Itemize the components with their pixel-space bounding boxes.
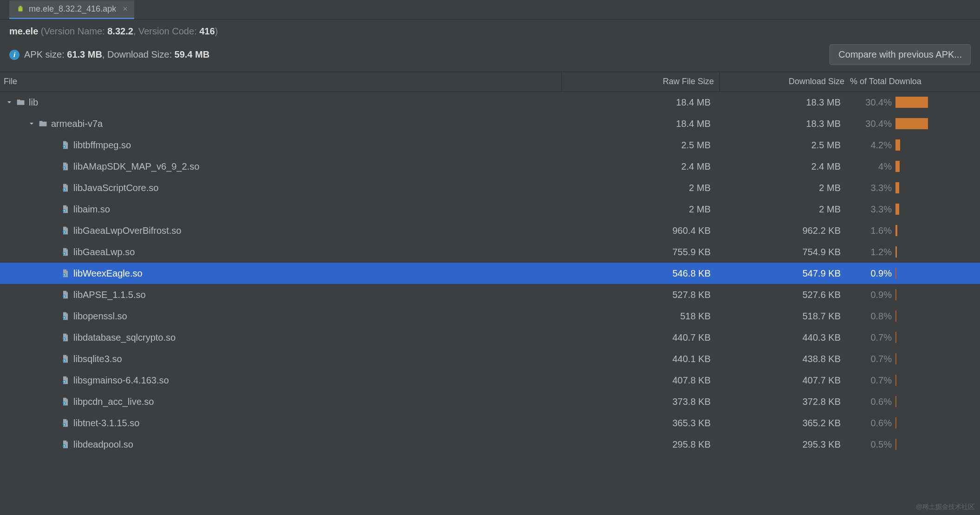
file-name: libtnet-3.1.15.so (73, 418, 139, 429)
cell-percent: 0.9% (850, 268, 980, 279)
file-name: libdeadpool.so (73, 439, 133, 450)
cell-download-size: 518.7 KB (720, 311, 850, 322)
cell-file: ?libJavaScriptCore.so (0, 183, 562, 193)
cell-download-size: 407.7 KB (720, 375, 850, 386)
svg-text:?: ? (64, 338, 65, 341)
download-size-label: Download Size: (107, 49, 172, 59)
tab-apk[interactable]: me.ele_8.32.2_416.apk × (9, 0, 134, 19)
percent-text: 3.3% (850, 183, 892, 193)
percent-text: 0.9% (850, 268, 892, 279)
cell-download-size: 547.9 KB (720, 268, 850, 279)
table-row[interactable]: lib18.4 MB18.3 MB30.4% (0, 92, 980, 113)
table-row[interactable]: ?libGaeaLwp.so755.9 KB754.9 KB1.2% (0, 241, 980, 263)
svg-text:?: ? (64, 145, 65, 148)
table-row[interactable]: ?libpcdn_acc_live.so373.8 KB372.8 KB0.6% (0, 391, 980, 412)
table-row[interactable]: ?libaim.so2 MB2 MB3.3% (0, 198, 980, 220)
percent-bar (895, 139, 965, 151)
column-download-size[interactable]: Download Size (720, 72, 850, 91)
percent-text: 0.7% (850, 332, 892, 343)
cell-file: ?libsgmainso-6.4.163.so (0, 375, 562, 386)
info-icon: i (9, 50, 20, 60)
percent-bar (895, 353, 965, 364)
percent-text: 30.4% (850, 97, 892, 108)
size-text: i APK size: 61.3 MB, Download Size: 59.4… (9, 49, 209, 60)
file-name: libdatabase_sqlcrypto.so (73, 332, 176, 343)
file-icon: ? (60, 268, 71, 278)
percent-bar (895, 204, 965, 215)
watermark: @稀土掘金技术社区 (916, 503, 974, 511)
percent-text: 0.7% (850, 375, 892, 386)
table-row[interactable]: ?libdatabase_sqlcrypto.so440.7 KB440.3 K… (0, 327, 980, 348)
file-name: libGaeaLwp.so (73, 247, 135, 258)
cell-download-size: 18.3 MB (720, 97, 850, 108)
cell-percent: 30.4% (850, 97, 980, 108)
cell-percent: 0.7% (850, 332, 980, 343)
cell-download-size: 2 MB (720, 204, 850, 215)
percent-bar (895, 417, 965, 429)
file-icon: ? (60, 247, 71, 257)
folder-icon (38, 119, 48, 129)
cell-raw-size: 440.1 KB (562, 354, 720, 364)
file-icon: ? (60, 332, 71, 343)
svg-text:?: ? (64, 231, 65, 234)
cell-raw-size: 440.7 KB (562, 332, 720, 343)
svg-text:?: ? (64, 274, 65, 277)
version-name-value: 8.32.2 (107, 26, 133, 36)
file-icon: ? (60, 183, 71, 193)
file-icon: ? (60, 439, 71, 449)
cell-percent: 0.5% (850, 439, 980, 450)
cell-file: ?libaim.so (0, 204, 562, 215)
column-file[interactable]: File (0, 72, 562, 91)
column-percent[interactable]: % of Total Downloa (850, 72, 980, 91)
table-row[interactable]: ?libAMapSDK_MAP_v6_9_2.so2.4 MB2.4 MB4% (0, 156, 980, 177)
tab-label: me.ele_8.32.2_416.apk (29, 4, 116, 14)
percent-text: 0.6% (850, 418, 892, 429)
svg-text:?: ? (64, 445, 65, 448)
table-row[interactable]: ?libGaeaLwpOverBifrost.so960.4 KB962.2 K… (0, 220, 980, 241)
cell-raw-size: 518 KB (562, 311, 720, 322)
file-name: libWeexEagle.so (73, 268, 143, 279)
column-raw-size[interactable]: Raw File Size (562, 72, 720, 91)
apk-file-icon (16, 5, 25, 14)
svg-text:?: ? (64, 210, 65, 212)
cell-percent: 3.3% (850, 204, 980, 215)
cell-raw-size: 2 MB (562, 183, 720, 193)
cell-file: ?libAPSE_1.1.5.so (0, 290, 562, 300)
cell-raw-size: 527.8 KB (562, 290, 720, 300)
file-name: libsgmainso-6.4.163.so (73, 375, 169, 386)
percent-text: 0.6% (850, 396, 892, 407)
file-icon: ? (60, 311, 71, 321)
svg-text:?: ? (64, 317, 65, 319)
version-code-value: 416 (199, 26, 215, 36)
svg-text:?: ? (64, 167, 65, 170)
file-name: lib (29, 97, 38, 108)
size-row: i APK size: 61.3 MB, Download Size: 59.4… (0, 40, 980, 72)
close-icon[interactable]: × (123, 4, 128, 14)
compare-previous-apk-button[interactable]: Compare with previous APK... (830, 44, 971, 65)
cell-percent: 0.6% (850, 417, 980, 429)
chevron-down-icon[interactable] (28, 120, 35, 127)
table-row[interactable]: ?libAPSE_1.1.5.so527.8 KB527.6 KB0.9% (0, 284, 980, 305)
table-row[interactable]: ?libopenssl.so518 KB518.7 KB0.8% (0, 305, 980, 327)
table-row[interactable]: ?libWeexEagle.so546.8 KB547.9 KB0.9% (0, 263, 980, 284)
percent-text: 0.9% (850, 290, 892, 300)
table-row[interactable]: ?libsgmainso-6.4.163.so407.8 KB407.7 KB0… (0, 370, 980, 391)
svg-text:?: ? (64, 295, 65, 298)
cell-download-size: 2.4 MB (720, 161, 850, 172)
file-icon: ? (60, 290, 71, 300)
table-row[interactable]: ?libtnet-3.1.15.so365.3 KB365.2 KB0.6% (0, 412, 980, 434)
cell-download-size: 18.3 MB (720, 119, 850, 129)
file-icon: ? (60, 161, 71, 172)
cell-download-size: 372.8 KB (720, 396, 850, 407)
cell-raw-size: 546.8 KB (562, 268, 720, 279)
table-row[interactable]: ?libsqlite3.so440.1 KB438.8 KB0.7% (0, 348, 980, 370)
table-row[interactable]: ?libJavaScriptCore.so2 MB2 MB3.3% (0, 177, 980, 198)
apk-info-bar: me.ele (Version Name: 8.32.2, Version Co… (0, 20, 980, 40)
svg-text:?: ? (64, 423, 65, 426)
table-row[interactable]: ?libdeadpool.so295.8 KB295.3 KB0.5% (0, 434, 980, 455)
chevron-down-icon[interactable] (6, 99, 13, 106)
percent-text: 1.6% (850, 225, 892, 236)
table-row[interactable]: ?libtbffmpeg.so2.5 MB2.5 MB4.2% (0, 134, 980, 156)
table-row[interactable]: armeabi-v7a18.4 MB18.3 MB30.4% (0, 113, 980, 134)
svg-rect-0 (19, 8, 23, 11)
